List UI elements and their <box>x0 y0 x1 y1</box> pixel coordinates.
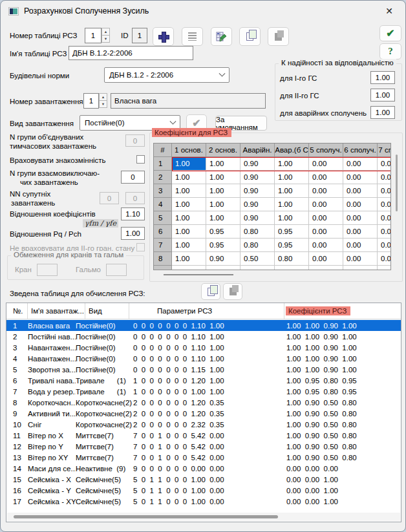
coeff-cell[interactable]: 0.50 <box>240 252 275 266</box>
coeff-cell[interactable]: 0.90 <box>240 198 275 211</box>
coeff-cell[interactable]: 0.00 <box>378 239 391 252</box>
copy-summary-button[interactable] <box>201 283 220 300</box>
table-row[interactable]: 91.000.900.500.800.000.000.00 <box>154 266 391 270</box>
table-row[interactable]: 3Навантажен...Постійне(0)0 0 0 0 0 0 0 1… <box>6 342 401 353</box>
scrollbar-thumb[interactable] <box>164 274 233 275</box>
coeff-cell[interactable]: 0.50 <box>240 266 275 270</box>
coeff-cell[interactable]: 0.95 <box>275 225 309 239</box>
coeff-cell[interactable]: 0.00 <box>309 252 343 266</box>
coeff-cell[interactable]: 0.90 <box>240 211 275 225</box>
coeff-cell[interactable]: 0.00 <box>378 225 391 239</box>
table-row[interactable]: 13Вітер по XYМиттєве(7)7 0 0 1 0 0 0 5.4… <box>6 452 401 463</box>
coeff-cell[interactable]: 0.90 <box>240 171 275 184</box>
coeff-ratio-input[interactable]: 1.10 <box>121 207 145 220</box>
table-row[interactable]: 7Вода у резер...Тривале (1)1 0 0 0 0 0 0… <box>6 386 401 397</box>
coeff-cell[interactable]: 1.00 <box>206 171 240 184</box>
table-row[interactable]: 81.000.900.500.800.000.000.00 <box>154 252 391 266</box>
coeff-cell[interactable]: 1.00 <box>275 198 309 211</box>
coeff-cell[interactable]: 0.00 <box>343 184 378 198</box>
row-number-cell[interactable]: 2 <box>154 171 172 184</box>
coeff-cell[interactable]: 0.00 <box>378 184 391 198</box>
row-number-cell[interactable]: 5 <box>154 211 172 225</box>
table-row[interactable]: 17Сейсміка - XYСейсмічне(5)5 0 1 1 0 0 0… <box>6 496 401 507</box>
coeff-cell[interactable]: 0.00 <box>343 266 378 270</box>
table-row[interactable]: 5Зворотня за...Постійне(0)0 0 0 0 0 0 0 … <box>6 364 401 375</box>
coeff-cell[interactable]: 0.00 <box>343 225 378 239</box>
coeff-cell[interactable]: 1.00 <box>275 211 309 225</box>
row-number-cell[interactable]: 7 <box>154 239 172 252</box>
table-row[interactable]: 16Сейсміка - YСейсмічне(5)5 0 1 1 0 0 0 … <box>6 485 401 496</box>
ok-button[interactable]: ✔ <box>379 25 401 41</box>
reliability-value-2[interactable]: 1.00 <box>370 89 395 101</box>
coeff-cell[interactable]: 1.00 <box>172 184 206 198</box>
clear-table-button[interactable] <box>211 27 232 46</box>
coeff-cell[interactable]: 0.80 <box>275 252 309 266</box>
add-table-button[interactable] <box>153 27 174 46</box>
table-row[interactable]: 61.000.950.800.950.000.000.00 <box>154 225 391 239</box>
coeff-cell[interactable]: 0.00 <box>309 198 343 211</box>
table-row[interactable]: 11Вітер по XМиттєве(7)7 0 0 1 0 0 0 5.42… <box>6 430 401 441</box>
coeff-cell[interactable]: 0.90 <box>206 266 240 270</box>
coeff-cell[interactable]: 0.95 <box>275 239 309 252</box>
coeff-grid-vscrollbar[interactable] <box>392 144 400 270</box>
coeff-cell[interactable]: 1.00 <box>275 171 309 184</box>
norms-select[interactable]: ДБН В.1.2 - 2:2006 <box>104 67 230 83</box>
close-icon[interactable]: ✕ <box>383 5 395 17</box>
coeff-cell[interactable]: 1.00 <box>172 157 206 171</box>
table-row[interactable]: 4Навантажен...Постійне(0)0 0 0 0 0 0 0 1… <box>6 353 401 364</box>
table-row[interactable]: 14Маси для се...Неактивне (9)9 0 0 0 0 0… <box>6 463 401 474</box>
coeff-cell[interactable]: 1.00 <box>275 157 309 171</box>
summary-hscrollbar[interactable] <box>7 513 400 521</box>
table-row[interactable]: 6Тривалі нава...Тривале (1)1 0 0 0 0 0 0… <box>6 375 401 386</box>
coeff-cell[interactable]: 0.95 <box>206 225 240 239</box>
exclusive-groups-input[interactable]: 0 <box>121 171 145 184</box>
coeff-cell[interactable]: 0.80 <box>240 239 275 252</box>
table-row[interactable]: 31.001.000.901.000.000.000.00 <box>154 184 391 198</box>
coeff-cell[interactable]: 0.00 <box>378 198 391 211</box>
table-row[interactable]: 1Власна вагаПостійне(0)0 0 0 0 0 0 0 1.1… <box>6 320 401 331</box>
coeff-cell[interactable]: 1.00 <box>172 239 206 252</box>
paste-summary-button[interactable] <box>223 283 242 300</box>
coeff-cell[interactable]: 0.00 <box>378 171 391 184</box>
coeff-cell[interactable]: 0.00 <box>309 239 343 252</box>
table-row[interactable]: 10СнігКороткочасне(2)2 0 0 0 0 0 0 2.32 … <box>6 419 401 430</box>
coeff-cell[interactable]: 0.00 <box>343 239 378 252</box>
coeff-cell[interactable]: 0.00 <box>343 211 378 225</box>
coeff-cell[interactable]: 0.00 <box>343 252 378 266</box>
coeff-cell[interactable]: 0.00 <box>343 157 378 171</box>
pq-pch-input[interactable]: 1.00 <box>121 227 145 240</box>
coeff-cell[interactable]: 0.00 <box>378 252 391 266</box>
sign-alternation-checkbox[interactable] <box>136 155 145 164</box>
row-number-cell[interactable]: 6 <box>154 225 172 239</box>
spin-down-icon[interactable]: ▼ <box>99 100 107 108</box>
coeff-cell[interactable]: 1.00 <box>172 171 206 184</box>
table-row[interactable]: 21.001.000.901.000.000.000.00 <box>154 171 391 184</box>
copy-table-button[interactable] <box>239 27 261 46</box>
coeff-cell[interactable]: 0.00 <box>378 157 391 171</box>
coeff-cell[interactable]: 1.00 <box>172 225 206 239</box>
paste-table-button[interactable] <box>268 27 289 46</box>
table-row[interactable]: 8Короткочасн...Короткочасне(2)2 0 0 0 0 … <box>6 397 401 408</box>
row-number-cell[interactable]: 3 <box>154 184 172 198</box>
coeff-cell[interactable]: 0.00 <box>343 198 378 211</box>
table-name-input[interactable]: ДБН В.1.2-2:2006 <box>69 46 193 60</box>
coeff-cell[interactable]: 0.00 <box>309 171 343 184</box>
coeff-grid-hscrollbar[interactable] <box>156 272 390 277</box>
coeff-cell[interactable]: 1.00 <box>172 198 206 211</box>
table-row[interactable]: 15Сейсміка - XСейсмічне(5)5 0 1 1 0 0 0 … <box>6 474 401 485</box>
coeff-cell[interactable]: 1.00 <box>206 157 240 171</box>
load-number-spinner[interactable]: 1 <box>83 93 99 109</box>
coeff-cell[interactable]: 0.00 <box>378 266 391 270</box>
reliability-value-1[interactable]: 1.00 <box>370 71 395 84</box>
coeff-cell[interactable]: 0.00 <box>309 157 343 171</box>
row-number-cell[interactable]: 4 <box>154 198 172 211</box>
table-number-spinner[interactable]: 1 <box>85 28 102 43</box>
coeff-cell[interactable]: 0.00 <box>309 211 343 225</box>
row-number-cell[interactable]: 8 <box>154 252 172 266</box>
spin-down-icon[interactable]: ▼ <box>102 35 110 43</box>
coeff-cell[interactable]: 0.00 <box>378 211 391 225</box>
coeff-cell[interactable]: 0.00 <box>309 266 343 270</box>
coeff-cell[interactable]: 0.00 <box>309 184 343 198</box>
coeff-cell[interactable]: 1.00 <box>206 184 240 198</box>
coeff-cell[interactable]: 0.90 <box>240 157 275 171</box>
